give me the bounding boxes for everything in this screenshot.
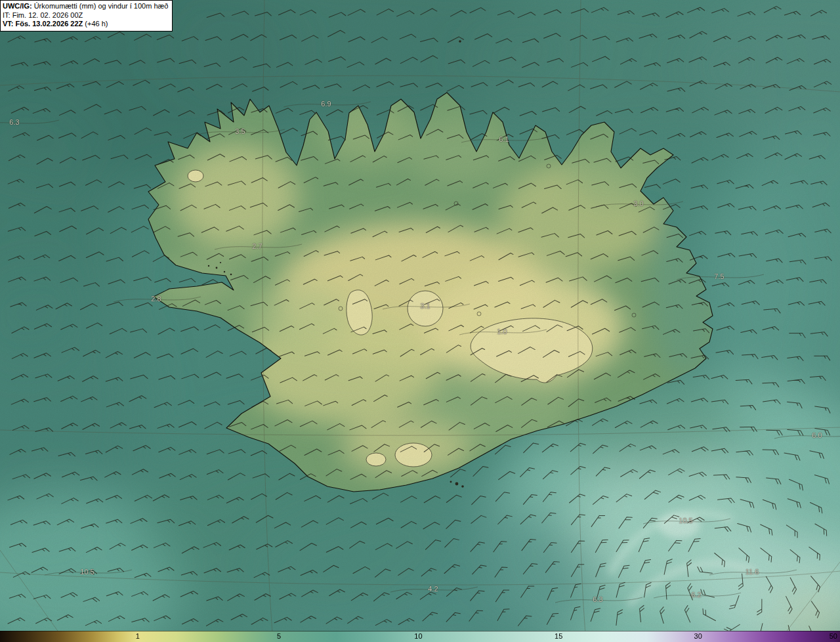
dither-texture xyxy=(0,0,840,631)
valid-label: VT: xyxy=(3,20,14,28)
colorbar-tick: 10 xyxy=(414,632,422,640)
colorbar-tick: 50 xyxy=(830,632,837,640)
init-label: IT: xyxy=(3,11,10,19)
colorbar-tick: 1 xyxy=(136,632,140,640)
colorbar-tick: 5 xyxy=(277,632,281,640)
init-time: Fim. 12. 02. 2026 00Z xyxy=(12,11,83,19)
precip-colorbar: 1510153050 xyxy=(0,631,840,642)
weather-map-canvas xyxy=(0,0,840,642)
model-label: UWC/IG: xyxy=(3,2,32,10)
map-title-line: UWC/IG: Úrkomumætti (mm) og vindur í 100… xyxy=(3,2,168,11)
init-time-line: IT: Fim. 12. 02. 2026 00Z xyxy=(3,11,168,20)
title-box: UWC/IG: Úrkomumætti (mm) og vindur í 100… xyxy=(0,0,173,32)
weather-map-page: 6.36.93.56.13.02.77.52.83.11.06.010.510.… xyxy=(0,0,840,642)
colorbar-tick: 15 xyxy=(555,632,562,640)
valid-time-line: VT: Fös. 13.02.2026 22Z (+46 h) xyxy=(3,20,168,29)
valid-offset: (+46 h) xyxy=(85,20,108,28)
valid-time: Fös. 13.02.2026 22Z xyxy=(16,20,83,28)
map-title: Úrkomumætti (mm) og vindur í 100m hæð xyxy=(34,2,169,10)
colorbar-tick: 30 xyxy=(694,632,702,640)
